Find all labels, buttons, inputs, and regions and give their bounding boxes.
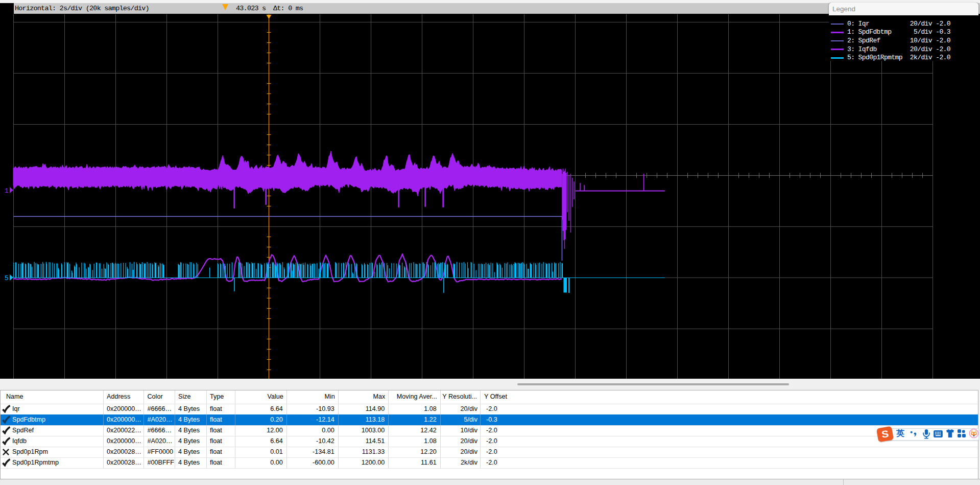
svg-text:1: 1 xyxy=(5,187,9,195)
svg-text:5: 5 xyxy=(5,274,9,282)
